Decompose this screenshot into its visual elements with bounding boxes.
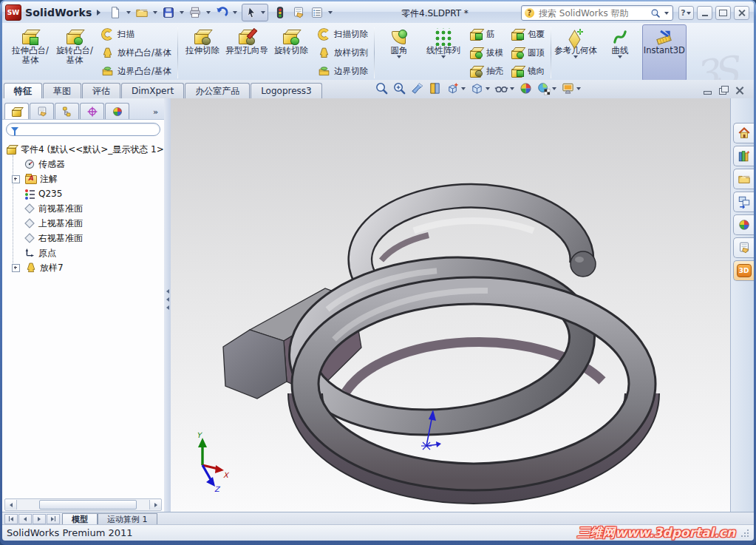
save-icon[interactable] <box>160 4 177 21</box>
ribbon-button-extruded-cut[interactable]: 拉伸切除 <box>180 24 225 81</box>
scrollbar-thumb[interactable] <box>39 500 137 510</box>
view-settings-icon[interactable] <box>561 81 582 95</box>
search-dropdown-caret-icon[interactable] <box>664 12 669 15</box>
ribbon-button-lofted-cut[interactable]: 放样切割 <box>315 46 370 61</box>
tree-item-front-plane[interactable]: 前视基准面 <box>24 201 164 216</box>
open-folder-icon[interactable] <box>134 4 150 21</box>
ribbon-button-loft[interactable]: 放样凸台/基体 <box>98 46 174 61</box>
scroll-right-icon[interactable] <box>149 500 161 510</box>
propertymanager-tab[interactable] <box>30 103 54 119</box>
tree-item-material[interactable]: Q235 <box>24 186 164 201</box>
ribbon-button-linear-pattern[interactable]: 线性阵列 <box>421 24 466 81</box>
panel-chevron[interactable]: » <box>153 107 162 119</box>
maximize-button[interactable] <box>715 6 731 20</box>
tree-item-loft7[interactable]: 放样7 <box>12 260 164 275</box>
expand-icon[interactable] <box>12 175 20 183</box>
ribbon-button-dome[interactable]: 圆顶 <box>508 46 547 61</box>
ribbon-button-fillet[interactable]: 圆角 <box>377 24 421 81</box>
edit-appearance-icon[interactable] <box>519 81 533 95</box>
ribbon-button-curves[interactable]: 曲线 <box>598 24 642 81</box>
hide-show-items-icon[interactable] <box>494 81 515 95</box>
linear-pattern-dropdown-caret-icon[interactable] <box>441 55 446 58</box>
rebuild-traffic-light-icon[interactable] <box>272 4 288 21</box>
resize-grip[interactable] <box>740 528 749 538</box>
display-style-icon[interactable] <box>470 81 491 95</box>
app-name[interactable]: SolidWorks <box>25 7 92 18</box>
search-input[interactable] <box>537 7 647 19</box>
tree-item-top-plane[interactable]: 上视基准面 <box>24 216 164 231</box>
save-dropdown-caret-icon[interactable] <box>180 11 184 14</box>
taskpane-tab-appearances[interactable] <box>733 214 754 235</box>
previous-tab-icon[interactable] <box>18 514 32 524</box>
curves-dropdown-caret-icon[interactable] <box>618 55 622 58</box>
document-close-button[interactable] <box>735 87 745 95</box>
document-minimize-button[interactable] <box>703 87 712 95</box>
tab-sketch[interactable]: 草图 <box>43 83 81 98</box>
ribbon-button-revolved-boss[interactable]: 旋转凸台/基体 <box>52 24 97 81</box>
ribbon-button-reference-geometry[interactable]: 参考几何体 <box>554 24 598 81</box>
tree-item-right-plane[interactable]: 右视基准面 <box>24 231 164 246</box>
ribbon-button-instant3d[interactable]: Instant3D <box>642 24 687 81</box>
help-button[interactable]: ? <box>678 6 694 20</box>
undo-icon[interactable] <box>214 4 230 21</box>
ribbon-button-sweep[interactable]: 扫描 <box>98 27 174 42</box>
taskpane-tab-design-library[interactable] <box>733 146 754 166</box>
ribbon-button-hole-wizard[interactable]: 异型孔向导 <box>225 24 269 81</box>
ribbon-button-revolved-cut[interactable]: 旋转切除 <box>269 24 313 81</box>
tab-dimxpert[interactable]: DimXpert <box>121 83 184 98</box>
next-tab-icon[interactable] <box>33 514 46 524</box>
taskpane-tab-file-explorer[interactable] <box>733 169 754 189</box>
ribbon-button-shell[interactable]: 抽壳 <box>467 64 505 79</box>
file-properties-icon[interactable] <box>290 4 307 21</box>
tab-features[interactable]: 特征 <box>4 83 42 98</box>
options-dropdown-caret-icon[interactable] <box>328 11 333 14</box>
solidworks-logo-icon[interactable]: SW <box>5 4 21 21</box>
ribbon-button-mirror[interactable]: 镜向 <box>508 64 547 79</box>
tab-logopress3[interactable]: Logopress3 <box>251 83 322 98</box>
document-restore-button[interactable] <box>719 87 729 95</box>
ribbon-button-wrap[interactable]: 包覆 <box>508 27 547 42</box>
tree-item-sensors[interactable]: 传感器 <box>24 157 164 172</box>
tree-item-annotations[interactable]: A 注解 <box>12 172 164 186</box>
configurationmanager-tab[interactable] <box>55 103 79 119</box>
expand-icon[interactable] <box>12 264 20 272</box>
spring-model[interactable] <box>223 196 642 487</box>
taskpane-tab-custom-properties[interactable] <box>733 237 754 258</box>
select-cursor-icon[interactable] <box>244 4 260 21</box>
graphics-viewport[interactable]: Y X Z <box>171 98 730 512</box>
taskpane-tab-3d-content[interactable]: 3D <box>733 260 754 281</box>
scroll-left-icon[interactable] <box>5 500 17 510</box>
fillet-dropdown-caret-icon[interactable] <box>397 55 401 58</box>
tab-motion-study[interactable]: 运动算例 1 <box>98 513 157 525</box>
ribbon-button-boundary-cut[interactable]: 边界切除 <box>315 64 370 79</box>
section-view-icon[interactable] <box>428 81 442 95</box>
first-tab-icon[interactable] <box>4 514 18 524</box>
ribbon-button-extruded-boss[interactable]: 拉伸凸台/基体 <box>8 24 52 81</box>
new-dropdown-caret-icon[interactable] <box>126 11 131 14</box>
minimize-button[interactable] <box>697 6 712 20</box>
ribbon-button-draft[interactable]: 拔模 <box>467 46 505 61</box>
ribbon-button-boundary-boss[interactable]: 边界凸台/基体 <box>98 64 174 79</box>
tree-item-origin[interactable]: 原点 <box>24 246 164 260</box>
menu-expand-arrow-icon[interactable] <box>97 10 101 16</box>
close-button[interactable] <box>734 6 749 20</box>
ribbon-button-rib[interactable]: 筋 <box>467 27 505 42</box>
last-tab-icon[interactable] <box>47 514 60 524</box>
new-document-icon[interactable] <box>107 4 123 21</box>
filter-box[interactable] <box>6 123 160 136</box>
filter-input[interactable] <box>21 124 155 135</box>
featuremanager-tree-tab[interactable] <box>4 103 29 119</box>
select-dropdown-caret-icon[interactable] <box>261 11 265 14</box>
search-box[interactable]: ? <box>521 5 673 21</box>
print-dropdown-caret-icon[interactable] <box>206 11 211 14</box>
view-orientation-icon[interactable] <box>446 81 466 95</box>
tree-root[interactable]: 零件4 (默认<<默认>_显示状态 1> <box>6 142 164 157</box>
select-tool[interactable] <box>242 4 268 21</box>
undo-dropdown-caret-icon[interactable] <box>233 11 237 14</box>
displaymanager-tab[interactable] <box>105 103 129 119</box>
taskpane-tab-resources[interactable] <box>733 123 754 143</box>
panel-horizontal-scrollbar[interactable] <box>4 498 162 511</box>
taskpane-tab-view-palette[interactable] <box>733 192 754 212</box>
zoom-to-area-icon[interactable] <box>392 81 406 95</box>
magnifier-icon[interactable] <box>650 8 661 18</box>
